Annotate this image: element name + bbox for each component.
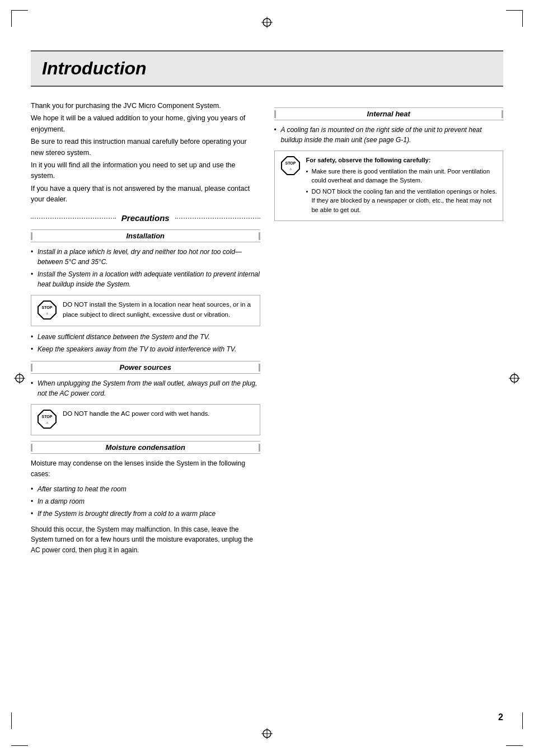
heat-sh-bar-right: [502, 110, 503, 118]
intro-p1: Thank you for purchasing the JVC Micro C…: [31, 101, 260, 111]
reg-mark-top: [261, 17, 273, 28]
sh-bar-right: [259, 232, 260, 240]
svg-text:STOP: STOP: [42, 306, 53, 309]
safety-point-1: Make sure there is good ventilation the …: [306, 167, 498, 185]
safety-point-2: DO NOT block the cooling fan and the ven…: [306, 187, 498, 215]
power-sources-heading: Power sources: [31, 361, 260, 374]
install-bullet-2: Install the System in a location with ad…: [31, 269, 260, 289]
installation-heading: Installation: [31, 229, 260, 242]
install-bullet-3: Leave sufficient distance between the Sy…: [31, 332, 260, 342]
stop-icon-1: STOP ⚠: [37, 300, 58, 321]
moisture-sh-bar-right: [259, 444, 260, 452]
moisture-outro: Should this occur, the System may malfun…: [31, 524, 260, 556]
intro-text: Thank you for purchasing the JVC Micro C…: [31, 101, 260, 205]
moisture-bullet-2: In a damp room: [31, 496, 260, 506]
svg-marker-15: [38, 410, 56, 428]
dots-right: [175, 218, 260, 219]
stop-icon-3: STOP ⚠: [280, 156, 302, 177]
svg-text:STOP: STOP: [285, 161, 296, 165]
reg-mark-left: [14, 373, 25, 384]
internal-heat-heading: Internal heat: [274, 107, 504, 120]
moisture-heading: Moisture condensation: [31, 441, 260, 454]
installation-bullets-1: Install in a place which is level, dry a…: [31, 247, 260, 289]
power-sh-bar-right: [259, 364, 260, 372]
intro-p4: In it you will find all the information …: [31, 160, 260, 182]
moisture-bullet-1: After starting to heat the room: [31, 484, 260, 494]
title-section: Introduction: [31, 50, 503, 87]
installation-warning-text: DO NOT install the System in a location …: [63, 300, 254, 320]
precautions-heading: Precautions: [31, 213, 260, 223]
power-warning-box: STOP ⚠ DO NOT handle the AC power cord w…: [31, 404, 260, 435]
moisture-title: Moisture condensation: [32, 443, 259, 452]
left-column: Thank you for purchasing the JVC Micro C…: [31, 101, 260, 560]
installation-title: Installation: [32, 232, 259, 240]
safety-title: For safety, observe the following carefu…: [306, 156, 498, 165]
moisture-bullets: After starting to heat the room In a dam…: [31, 484, 260, 519]
installation-bullets-2: Leave sufficient distance between the Sy…: [31, 332, 260, 354]
moisture-intro: Moisture may condense on the lenses insi…: [31, 458, 260, 479]
page-number: 2: [498, 712, 503, 722]
heat-bullets: A cooling fan is mounted on the right si…: [274, 125, 504, 145]
svg-marker-18: [282, 157, 299, 175]
power-bullet-1: When unplugging the System from the wall…: [31, 378, 260, 398]
intro-p3: Be sure to read this instruction manual …: [31, 137, 260, 158]
reg-mark-right: [509, 373, 520, 384]
install-bullet-4: Keep the speakers away from the TV to av…: [31, 344, 260, 354]
power-bullets: When unplugging the System from the wall…: [31, 378, 260, 398]
intro-p5: If you have a query that is not answered…: [31, 184, 260, 205]
safety-box: STOP ⚠ For safety, observe the following…: [274, 151, 504, 221]
safety-text: For safety, observe the following carefu…: [306, 156, 498, 216]
install-bullet-1: Install in a place which is level, dry a…: [31, 247, 260, 267]
page-title: Introduction: [42, 58, 492, 79]
heat-bullet-1: A cooling fan is mounted on the right si…: [274, 125, 504, 145]
svg-text:STOP: STOP: [42, 415, 53, 419]
internal-heat-title: Internal heat: [276, 110, 502, 118]
reg-mark-bottom: [261, 728, 273, 739]
power-warning-text: DO NOT handle the AC power cord with wet…: [63, 409, 210, 419]
precautions-label: Precautions: [119, 213, 172, 223]
right-column: Internal heat A cooling fan is mounted o…: [274, 101, 504, 560]
dots-left: [31, 218, 116, 219]
moisture-bullet-3: If the System is brought directly from a…: [31, 509, 260, 519]
page-content: Introduction Thank you for purchasing th…: [31, 50, 503, 560]
svg-marker-12: [38, 301, 56, 319]
installation-warning-box: STOP ⚠ DO NOT install the System in a lo…: [31, 295, 260, 326]
two-column-layout: Thank you for purchasing the JVC Micro C…: [31, 101, 503, 560]
stop-icon-2: STOP ⚠: [37, 409, 58, 430]
power-sources-title: Power sources: [32, 363, 259, 372]
intro-p2: We hope it will be a valued addition to …: [31, 113, 260, 135]
